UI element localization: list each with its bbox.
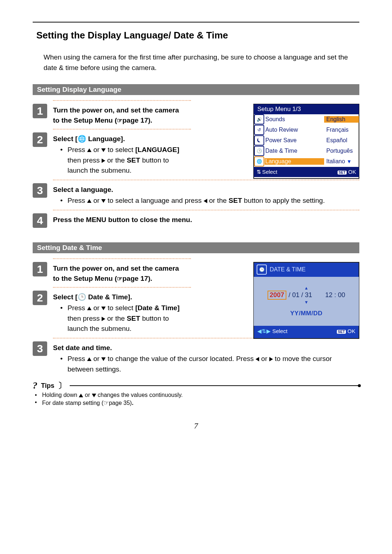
- s2-lead: Select [: [53, 293, 78, 301]
- t: then press: [68, 315, 102, 322]
- s3-lead: Select a language.: [53, 186, 113, 193]
- page-number: 7: [33, 421, 359, 431]
- s1-page: page 17).: [122, 116, 152, 124]
- step-text: Turn the power on, and set the camera to…: [53, 262, 187, 284]
- language-glyph-icon: 🌐: [78, 135, 86, 143]
- menu-row-datetime: 🕒 Date & Time Português: [254, 146, 359, 156]
- intro-text: When using the camera for the first time…: [44, 52, 359, 73]
- step-number: 1: [33, 262, 47, 276]
- t: SET: [127, 315, 140, 322]
- t: or: [259, 355, 269, 362]
- down-arrow-icon: [101, 307, 106, 310]
- scroll-down-icon: ▼: [347, 159, 352, 164]
- sound-icon: 🔊: [254, 114, 264, 124]
- down-arrow-icon: [92, 394, 96, 397]
- bullet: Press or to select [LANGUAGE] then press…: [60, 145, 187, 176]
- t: to select: [106, 146, 135, 153]
- menu-row-language: 🌐 Language Italiano ▼: [254, 156, 359, 167]
- step-text: Select a language. Press or to select a …: [53, 183, 359, 207]
- dt-step-3: 3 Set date and time. Press or to change …: [33, 341, 359, 376]
- hand-icon: ☞: [103, 399, 109, 406]
- right-arrow-icon: [102, 317, 105, 321]
- menu-row-autoreview: ↺ Auto Review Français: [254, 125, 359, 135]
- datetime-screenshot: 🕒 DATE & TIME ▲ 2007 / 01 / 31 12 : 00 ▼…: [253, 262, 359, 339]
- section-bar-language: Setting Display Language: [33, 84, 359, 95]
- t: .: [132, 400, 133, 406]
- t: Press: [68, 355, 87, 362]
- step-text: Set date and time. Press or to change th…: [53, 341, 359, 376]
- up-arrow-icon: [87, 357, 91, 361]
- powersave-icon: ⏾: [254, 135, 264, 145]
- lang-step-3: 3 Select a language. Press or to select …: [33, 183, 359, 207]
- menu-value: Français: [324, 127, 359, 133]
- set-chip: SET: [338, 171, 347, 175]
- footer-select-label: Select: [262, 169, 277, 175]
- s2-label: Date & Time].: [86, 293, 132, 301]
- t: or: [83, 392, 91, 398]
- footer-ok-label: OK: [348, 169, 356, 175]
- dotted-divider: [53, 100, 191, 101]
- setup-menu-title: Setup Menu 1/3: [254, 104, 359, 114]
- bullet: Press or to select a language and press …: [60, 196, 359, 206]
- menu-label: Sounds: [265, 116, 324, 123]
- menu-footer: ⇅ Select SETOK: [254, 167, 359, 177]
- language-steps: Setup Menu 1/3 🔊 Sounds English ↺ Auto R…: [33, 100, 359, 228]
- s2-label: Language].: [86, 135, 125, 143]
- t: Press: [68, 146, 87, 153]
- dt-title: DATE & TIME: [270, 266, 306, 273]
- step-text: Select [🌐 Language]. Press or to select …: [53, 132, 187, 177]
- footer-ok: SETOK: [338, 169, 356, 175]
- step-number: 3: [33, 341, 47, 356]
- step-text: Select [🕒 Date & Time]. Press or to sele…: [53, 291, 187, 335]
- review-icon: ↺: [254, 125, 264, 135]
- t: or: [91, 304, 101, 312]
- t: SET: [127, 156, 140, 164]
- t: or the: [105, 315, 127, 322]
- up-arrow-icon: [79, 394, 83, 397]
- datetime-steps: 🕒 DATE & TIME ▲ 2007 / 01 / 31 12 : 00 ▼…: [33, 258, 359, 407]
- up-arrow-icon: [87, 307, 91, 310]
- step-number: 1: [33, 104, 47, 118]
- tip-item: For date stamp setting (☞page 35).: [35, 399, 359, 407]
- clock-icon: 🕒: [257, 264, 267, 275]
- footer-ok: SETOK: [337, 328, 355, 334]
- clock-glyph-icon: 🕒: [78, 293, 86, 301]
- t: SET: [229, 197, 242, 204]
- tips-box: ? Tips 〕 Holding down or changes the val…: [33, 380, 359, 407]
- t: or: [91, 355, 101, 362]
- t: [LANGUAGE]: [135, 146, 179, 153]
- dotted-divider: [53, 180, 359, 180]
- menu-value: English: [324, 116, 359, 123]
- left-arrow-icon: [256, 357, 259, 361]
- tips-question-icon: ?: [33, 380, 37, 391]
- dt-time: 12 : 00: [325, 291, 345, 299]
- dotted-divider: [53, 129, 191, 130]
- t: page 35): [109, 400, 132, 406]
- page-title: Setting the Display Language/ Date & Tim…: [36, 30, 359, 41]
- dt-date-row: 2007 / 01 / 31 12 : 00: [268, 291, 345, 300]
- hand-icon: ☞: [117, 117, 122, 124]
- menu-value: Español: [324, 137, 359, 144]
- t: Holding down: [42, 392, 79, 398]
- left-arrow-icon: [204, 199, 207, 203]
- step-number: 3: [33, 183, 47, 198]
- up-arrow-icon: ▲: [304, 286, 309, 291]
- s1-part1: Turn the power on, and set the camera to…: [53, 106, 179, 124]
- right-arrow-icon: [269, 357, 273, 361]
- down-arrow-icon: [101, 199, 106, 203]
- language-icon: 🌐: [254, 156, 264, 167]
- t: to select: [106, 304, 135, 312]
- step-number: 4: [33, 213, 47, 228]
- t: to select a language and press: [106, 197, 203, 204]
- dt-year: 2007: [268, 291, 286, 300]
- t: or: [91, 146, 101, 153]
- lang-step-4: 4 Press the MENU button to close the men…: [33, 213, 359, 228]
- t: changes the values continuously.: [96, 392, 183, 398]
- s1-page: page 17).: [122, 275, 152, 282]
- t: or: [91, 197, 101, 204]
- step-number: 2: [33, 132, 47, 147]
- t: or the: [207, 197, 229, 204]
- tips-label: Tips: [41, 382, 54, 390]
- t: or the: [105, 156, 127, 164]
- t: then press: [68, 156, 102, 164]
